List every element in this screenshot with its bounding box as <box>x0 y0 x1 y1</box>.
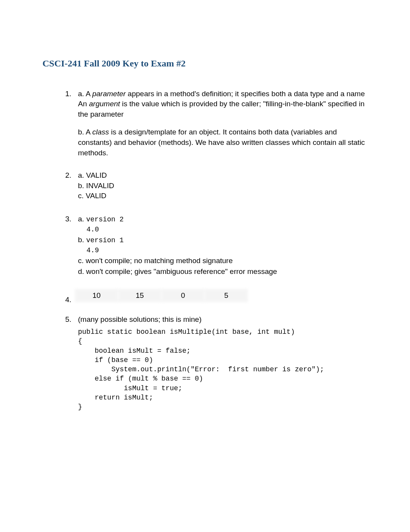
q3-a-label: a. <box>78 215 84 223</box>
q1-part-b: b. A class is a design/template for an o… <box>78 127 368 158</box>
q1b-term: class <box>92 128 109 136</box>
q3-c: c. won't compile; no matching method sig… <box>78 255 368 266</box>
q1b-prefix: b. A <box>78 128 92 136</box>
q2-a: a. VALID <box>78 170 368 181</box>
q1a-line2-rest: is the value which is provided by the ca… <box>78 100 364 118</box>
q1a-mid: appears in a method's definition; it spe… <box>126 90 365 98</box>
q3-b-label: b. <box>78 236 84 244</box>
q1a-term: parameter <box>92 90 126 98</box>
question-list: a. A parameter appears in a method's def… <box>42 89 368 412</box>
q3-b-code2: 4.9 <box>86 245 368 255</box>
q1a-line2-term: argument <box>89 100 120 108</box>
q4-cell-1: 15 <box>118 289 161 302</box>
q3-a-code2: 4.0 <box>86 224 368 235</box>
q1a-prefix: a. A <box>78 90 92 98</box>
question-4: 10 15 0 5 <box>73 289 368 302</box>
q3-b-code1: version 1 <box>86 236 124 244</box>
q4-cell-2: 0 <box>161 289 205 302</box>
question-2: a. VALID b. INVALID c. VALID <box>73 170 368 201</box>
question-1: a. A parameter appears in a method's def… <box>73 89 368 158</box>
q4-value-row: 10 15 0 5 <box>75 289 368 302</box>
q3-a-code1: version 2 <box>86 216 124 223</box>
q3-a: a. version 2 <box>78 214 368 224</box>
q4-val-1: 15 <box>118 289 161 302</box>
page-title: CSCI-241 Fall 2009 Key to Exam #2 <box>42 57 368 70</box>
q4-val-3: 5 <box>205 289 248 302</box>
q3-d: d. won't compile; gives "ambiguous refer… <box>78 266 368 277</box>
q4-val-2: 0 <box>161 289 205 302</box>
q4-cell-0: 10 <box>75 289 118 302</box>
q1-part-a: a. A parameter appears in a method's def… <box>78 89 368 120</box>
q5-intro: (many possible solutions; this is mine) <box>78 315 202 323</box>
q2-c: c. VALID <box>78 191 368 201</box>
question-3: a. version 2 4.0 b. version 1 4.9 c. won… <box>73 214 368 277</box>
q4-val-0: 10 <box>75 289 118 302</box>
q5-code-block: public static boolean isMultiple(int bas… <box>78 327 368 412</box>
q1b-rest: is a design/template for an object. It c… <box>78 128 365 156</box>
q4-cell-3: 5 <box>205 289 248 302</box>
q3-b: b. version 1 <box>78 235 368 245</box>
question-5: (many possible solutions; this is mine) … <box>73 314 368 411</box>
q1a-line2-prefix: An <box>78 100 89 108</box>
q2-b: b. INVALID <box>78 181 368 191</box>
